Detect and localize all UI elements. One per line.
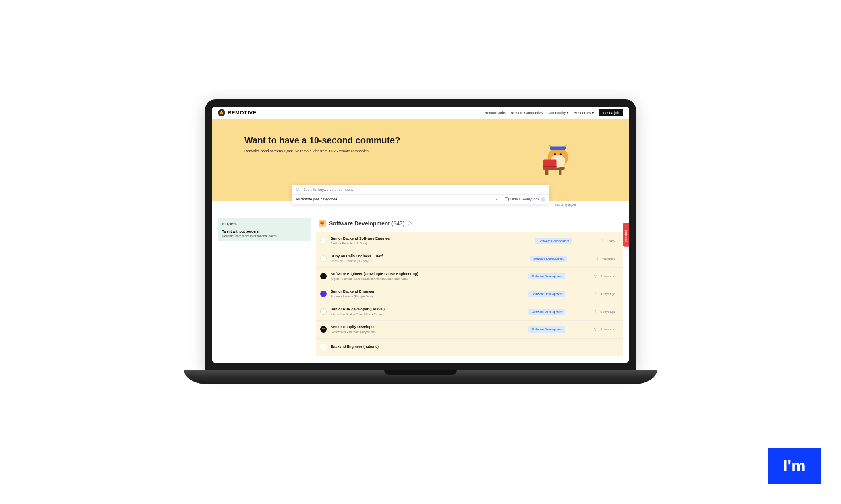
job-right: ⇧ 3 days ago	[594, 292, 615, 296]
category-select-wrap[interactable]: All remote jobs categories ▾	[296, 197, 501, 201]
search-card: All remote jobs categories ▾ Hide US-onl…	[292, 185, 549, 204]
hero-text: Want to have a 10-second commute? Remoti…	[244, 135, 400, 153]
job-title: Senior Backend Software Engineer	[331, 236, 535, 240]
job-category-tag[interactable]: Software Development	[528, 291, 566, 297]
nav-remote-jobs[interactable]: Remote Jobs	[485, 111, 506, 115]
job-info: Ruby on Rails Engineer - Staff CareRev •…	[331, 254, 530, 263]
job-info: Senior Shopify Developer Storetasker • R…	[331, 325, 528, 334]
company-logo	[320, 238, 327, 244]
site-header: REMOTIVE Remote Jobs Remote Companies Co…	[212, 107, 629, 119]
job-right: ⇧ 8 days ago	[594, 327, 615, 332]
hide-us-only-toggle[interactable]: Hide US-only jobs i	[505, 197, 545, 202]
brand-logo[interactable]: REMOTIVE	[218, 109, 257, 116]
job-list: Senior Backend Software Engineer Aledor …	[316, 232, 623, 356]
svg-line-11	[299, 190, 300, 191]
remotive-logo-icon	[218, 109, 225, 116]
job-card[interactable]: Senior PHP developer (Laravel) Interacti…	[316, 303, 623, 320]
rss-icon[interactable]	[408, 221, 412, 226]
job-posted-time: Yesterday	[602, 257, 615, 260]
mascot-illustration	[532, 135, 576, 180]
job-card[interactable]: Software Engineer (Crawling/Reverse Engi…	[316, 267, 623, 285]
job-meta: Storetasker • Remote (Anywhere)	[331, 330, 528, 334]
job-card[interactable]: ST Senior Shopify Developer Storetasker …	[316, 320, 623, 338]
body-columns: Oyster® Talent without borders Reliable,…	[212, 201, 629, 356]
job-category-tag[interactable]: Software Development	[528, 326, 566, 333]
job-title: Senior PHP developer (Laravel)	[331, 307, 528, 311]
laptop-mockup: REMOTIVE Remote Jobs Remote Companies Co…	[205, 99, 636, 384]
feedback-tab[interactable]: Feedback	[624, 223, 629, 247]
category-icon: 🦊	[319, 220, 326, 227]
job-info: Senior Backend Software Engineer Aledor …	[331, 236, 535, 245]
job-title: Software Engineer (Crawling/Reverse Engi…	[331, 272, 528, 276]
job-meta: Aledor • Remote (US Only)	[331, 242, 535, 245]
sponsor-card[interactable]: Oyster® Talent without borders Reliable,…	[218, 218, 311, 241]
job-category-tag[interactable]: Software Development	[528, 273, 566, 279]
brand-name: REMOTIVE	[228, 109, 257, 116]
category-header: 🦊 Software Development (347)	[316, 218, 623, 232]
svg-rect-1	[545, 170, 548, 175]
post-job-button[interactable]: Post a job	[599, 109, 623, 116]
svg-rect-9	[543, 166, 557, 167]
company-logo	[320, 308, 327, 315]
hide-us-label: Hide US-only jobs	[510, 197, 539, 201]
job-card[interactable]: Backend Engineer (nations)	[316, 338, 623, 356]
job-category-tag[interactable]: Software Development	[530, 256, 567, 262]
sponsor-headline: Talent without borders	[222, 229, 307, 233]
search-row-filters: All remote jobs categories ▾ Hide US-onl…	[292, 195, 549, 204]
share-icon[interactable]: ⇧	[594, 274, 597, 279]
job-right: ⇧ Today	[601, 239, 615, 243]
jobs-main: 🦊 Software Development (347) Senior Back…	[316, 218, 623, 356]
company-logo: ST	[320, 326, 327, 333]
nav-community[interactable]: Community ▾	[547, 111, 569, 115]
job-card[interactable]: Senior Backend Engineer Sorare • Remote …	[316, 285, 623, 303]
job-right: ⇧ Yesterday	[595, 256, 615, 261]
category-select[interactable]: All remote jobs categories	[296, 197, 501, 201]
share-icon[interactable]: ⇧	[601, 239, 604, 243]
share-icon[interactable]: ⇧	[594, 327, 597, 332]
laptop-screen: REMOTIVE Remote Jobs Remote Companies Co…	[212, 107, 629, 363]
job-title: Backend Engineer (nations)	[331, 345, 615, 349]
job-title: Ruby on Rails Engineer - Staff	[331, 254, 530, 258]
svg-point-10	[296, 188, 299, 190]
job-posted-time: 5 days ago	[600, 310, 615, 314]
sponsor-name: Oyster®	[222, 221, 307, 227]
hide-us-checkbox[interactable]	[505, 197, 509, 201]
job-info: Senior Backend Engineer Sorare • Remote …	[331, 289, 528, 298]
job-title: Senior Shopify Developer	[331, 325, 528, 329]
svg-point-12	[408, 224, 409, 225]
info-icon[interactable]: i	[541, 197, 545, 202]
job-card[interactable]: C Ruby on Rails Engineer - Staff CareRev…	[316, 250, 623, 267]
search-icon	[296, 187, 300, 192]
laptop-base	[184, 370, 657, 384]
job-info: Senior PHP developer (Laravel) Interacti…	[331, 307, 528, 316]
company-logo: C	[320, 255, 327, 262]
main-nav: Remote Jobs Remote Companies Community ▾…	[485, 109, 623, 116]
job-posted-time: 8 days ago	[600, 328, 615, 331]
job-title: Senior Backend Engineer	[331, 289, 528, 293]
job-meta: Sorare • Remote (Europe Only)	[331, 295, 528, 298]
share-icon[interactable]: ⇧	[594, 310, 597, 314]
job-category-tag[interactable]: Software Development	[535, 238, 572, 244]
job-info: Software Engineer (Crawling/Reverse Engi…	[331, 272, 528, 281]
job-right: ⇧ 2 days ago	[594, 274, 615, 279]
search-row-keywords	[292, 185, 549, 195]
search-input[interactable]	[304, 188, 545, 192]
corner-badge: I'm	[768, 448, 821, 484]
nav-remote-companies[interactable]: Remote Companies	[511, 111, 543, 115]
job-meta: CareRev • Remote (US only)	[331, 259, 530, 263]
job-card[interactable]: Senior Backend Software Engineer Aledor …	[316, 232, 623, 250]
job-right: ⇧ 5 days ago	[594, 310, 615, 314]
job-meta: Interaction Design Foundation • Remote	[331, 312, 528, 316]
hero-title: Want to have a 10-second commute?	[244, 135, 400, 146]
job-category-tag[interactable]: Software Development	[528, 309, 566, 315]
category-title: Software Development (347)	[329, 220, 405, 227]
company-logo	[320, 344, 327, 350]
laptop-notch	[384, 370, 457, 375]
job-posted-time: Today	[607, 239, 615, 243]
company-logo	[320, 273, 327, 279]
algolia-attribution: Search by algolia	[555, 203, 576, 206]
chevron-down-icon: ▾	[496, 198, 497, 201]
share-icon[interactable]: ⇧	[594, 292, 597, 296]
nav-resources[interactable]: Resources ▾	[574, 111, 594, 115]
share-icon[interactable]: ⇧	[595, 256, 599, 261]
